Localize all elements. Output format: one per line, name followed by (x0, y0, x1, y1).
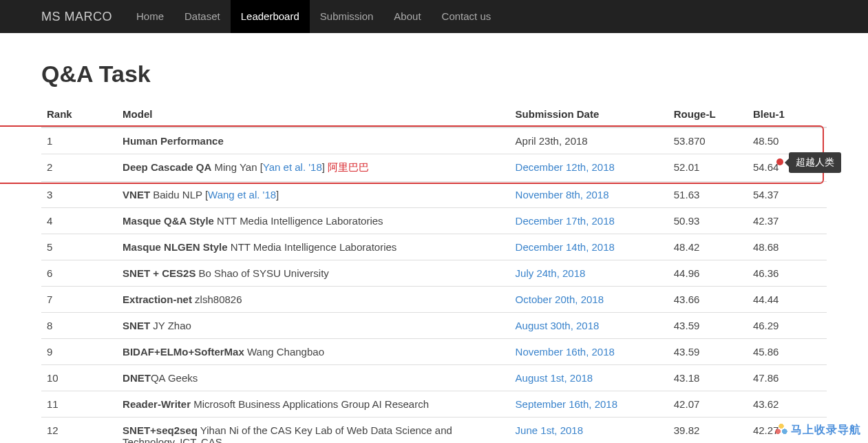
page-title: Q&A Task (41, 61, 827, 87)
watermark-text: 马上收录导航 (791, 423, 861, 437)
table-row: 4Masque Q&A Style NTT Media Intelligence… (41, 208, 827, 234)
model-affiliation: Bo Shao of SYSU University (195, 267, 328, 279)
cell-rouge: 43.59 (668, 313, 748, 339)
cell-date: July 24th, 2018 (510, 260, 668, 287)
model-name: SNET + CES2S (123, 267, 195, 279)
model-affiliation: zlsh80826 (192, 293, 242, 305)
model-affiliation: Wang Changbao (244, 346, 324, 358)
cell-date: June 1st, 2018 (510, 418, 668, 444)
cell-model: Extraction-net zlsh80826 (117, 287, 510, 313)
cell-rouge: 52.01 (668, 154, 748, 182)
table-row: 2Deep Cascade QA Ming Yan [Yan et al. '1… (41, 154, 827, 182)
model-name: SNET (123, 320, 150, 331)
cell-bleu: 48.50 (748, 127, 827, 154)
cell-rank: 10 (41, 365, 117, 391)
cell-rank: 7 (41, 287, 117, 313)
cell-rouge: 53.870 (668, 127, 748, 154)
cell-bleu: 47.86 (748, 365, 827, 391)
model-post-citation: ] (322, 161, 328, 173)
model-name: Masque NLGEN Style (123, 241, 228, 253)
model-affiliation: JY Zhao (150, 320, 191, 331)
date-link[interactable]: June 1st, 2018 (516, 424, 583, 436)
cell-rouge: 42.07 (668, 391, 748, 418)
table-row: 1Human PerformanceApril 23th, 201853.870… (41, 127, 827, 154)
col-rouge: Rouge-L (668, 101, 748, 127)
cell-date: August 30th, 2018 (510, 313, 668, 339)
nav-submission[interactable]: Submission (310, 0, 384, 33)
cell-bleu: 42.37 (748, 208, 827, 234)
model-affiliation: Microsoft Business Applications Group AI… (191, 398, 429, 410)
cell-model: Reader-Writer Microsoft Business Applica… (117, 391, 510, 418)
citation-link[interactable]: Wang et al. '18 (208, 189, 276, 200)
cell-model: SNET+seq2seq Yihan Ni of the CAS Key Lab… (117, 418, 510, 444)
cell-date: October 20th, 2018 (510, 287, 668, 313)
date-link[interactable]: December 17th, 2018 (516, 215, 615, 227)
table-row: 5Masque NLGEN Style NTT Media Intelligen… (41, 234, 827, 260)
date-link[interactable]: December 14th, 2018 (516, 241, 615, 253)
date-link[interactable]: August 30th, 2018 (516, 320, 600, 331)
leaderboard-table: Rank Model Submission Date Rouge-L Bleu-… (41, 101, 827, 443)
table-row: 7Extraction-net zlsh80826October 20th, 2… (41, 287, 827, 313)
brand[interactable]: MS MARCO (41, 10, 112, 24)
cell-rouge: 51.63 (668, 182, 748, 208)
model-suffix: 阿里巴巴 (328, 161, 369, 173)
date-link[interactable]: November 16th, 2018 (516, 346, 615, 358)
table-row: 8SNET JY ZhaoAugust 30th, 201843.5946.29 (41, 313, 827, 339)
nav-dataset[interactable]: Dataset (174, 0, 231, 33)
cell-model: Deep Cascade QA Ming Yan [Yan et al. '18… (117, 154, 510, 182)
cell-rank: 5 (41, 234, 117, 260)
cell-model: SNET + CES2S Bo Shao of SYSU University (117, 260, 510, 287)
cell-rouge: 48.42 (668, 234, 748, 260)
nav-about[interactable]: About (383, 0, 431, 33)
cell-rank: 1 (41, 127, 117, 154)
cell-rouge: 39.82 (668, 418, 748, 444)
model-post-citation: ] (276, 189, 279, 200)
navbar: MS MARCO HomeDatasetLeaderboardSubmissio… (0, 0, 868, 33)
table-row: 6SNET + CES2S Bo Shao of SYSU University… (41, 260, 827, 287)
date-link[interactable]: July 24th, 2018 (516, 267, 586, 279)
citation-link[interactable]: Yan et al. '18 (263, 161, 322, 173)
main-container: Q&A Task Rank Model Submission Date Roug… (0, 33, 868, 443)
table-row: 3VNET Baidu NLP [Wang et al. '18]Novembe… (41, 182, 827, 208)
cell-bleu: 46.36 (748, 260, 827, 287)
cell-rouge: 43.18 (668, 365, 748, 391)
table-body: 1Human PerformanceApril 23th, 201853.870… (41, 127, 827, 443)
date-link[interactable]: December 12th, 2018 (516, 161, 615, 173)
model-name: Human Performance (123, 135, 224, 147)
model-name: Reader-Writer (123, 398, 191, 410)
nav-home[interactable]: Home (126, 0, 174, 33)
cell-bleu: 44.44 (748, 287, 827, 313)
cell-date: September 16th, 2018 (510, 391, 668, 418)
callout-dot (776, 158, 783, 165)
cell-rouge: 44.96 (668, 260, 748, 287)
nav-leaderboard[interactable]: Leaderboard (231, 0, 310, 33)
cell-model: Masque NLGEN Style NTT Media Intelligenc… (117, 234, 510, 260)
date-link[interactable]: November 8th, 2018 (516, 189, 609, 200)
col-rank: Rank (41, 101, 117, 127)
col-model: Model (117, 101, 510, 127)
model-affiliation: NTT Media Intelligence Laboratories (214, 215, 383, 227)
cell-date: April 23th, 2018 (510, 127, 668, 154)
cell-bleu: 43.62 (748, 391, 827, 418)
cell-date: November 8th, 2018 (510, 182, 668, 208)
model-name: Deep Cascade QA (123, 161, 211, 173)
cell-rank: 9 (41, 339, 117, 365)
cell-rank: 11 (41, 391, 117, 418)
cell-model: VNET Baidu NLP [Wang et al. '18] (117, 182, 510, 208)
date-link[interactable]: August 1st, 2018 (516, 372, 593, 384)
date-link[interactable]: September 16th, 2018 (516, 398, 617, 410)
date-link[interactable]: October 20th, 2018 (516, 293, 604, 305)
cell-rouge: 50.93 (668, 208, 748, 234)
table-header-row: Rank Model Submission Date Rouge-L Bleu-… (41, 101, 827, 127)
callout-badge: 超越人类 (789, 152, 841, 173)
cell-model: DNETQA Geeks (117, 365, 510, 391)
watermark-logo-icon (774, 422, 789, 437)
table-row: 9BIDAF+ELMo+SofterMax Wang ChangbaoNovem… (41, 339, 827, 365)
col-bleu: Bleu-1 (748, 101, 827, 127)
cell-rank: 3 (41, 182, 117, 208)
cell-date: December 12th, 2018 (510, 154, 668, 182)
model-affiliation: QA Geeks (151, 372, 198, 384)
model-name: DNET (123, 372, 151, 384)
cell-date: December 17th, 2018 (510, 208, 668, 234)
nav-contact-us[interactable]: Contact us (432, 0, 502, 33)
